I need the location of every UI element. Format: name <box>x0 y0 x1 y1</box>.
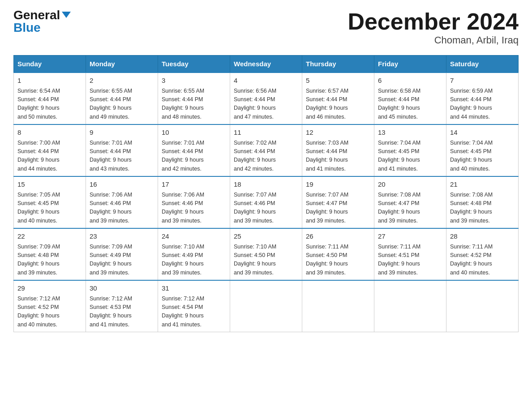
page-subtitle: Choman, Arbil, Iraq <box>348 34 519 46</box>
day-info: Sunrise: 7:01 AMSunset: 4:44 PMDaylight:… <box>162 139 226 174</box>
day-number: 4 <box>234 76 298 86</box>
day-info: Sunrise: 7:08 AMSunset: 4:48 PMDaylight:… <box>450 191 515 226</box>
calendar-cell: 9Sunrise: 7:01 AMSunset: 4:44 PMDaylight… <box>86 124 158 176</box>
calendar-cell: 8Sunrise: 7:00 AMSunset: 4:44 PMDaylight… <box>14 124 86 176</box>
day-info: Sunrise: 7:12 AMSunset: 4:52 PMDaylight:… <box>17 295 82 330</box>
day-number: 17 <box>162 180 226 190</box>
calendar-cell: 24Sunrise: 7:10 AMSunset: 4:49 PMDayligh… <box>158 228 230 280</box>
day-info: Sunrise: 7:06 AMSunset: 4:46 PMDaylight:… <box>162 191 226 226</box>
day-info: Sunrise: 7:09 AMSunset: 4:48 PMDaylight:… <box>17 243 82 278</box>
day-number: 8 <box>17 128 82 138</box>
day-number: 22 <box>17 231 82 242</box>
day-info: Sunrise: 6:55 AMSunset: 4:44 PMDaylight:… <box>162 87 226 122</box>
day-info: Sunrise: 7:09 AMSunset: 4:49 PMDaylight:… <box>90 243 154 278</box>
day-info: Sunrise: 7:04 AMSunset: 4:45 PMDaylight:… <box>450 139 515 174</box>
page-title: December 2024 <box>348 9 519 34</box>
logo: General Blue <box>13 9 71 34</box>
day-number: 20 <box>378 180 442 190</box>
calendar-cell <box>302 280 374 332</box>
day-info: Sunrise: 6:56 AMSunset: 4:44 PMDaylight:… <box>234 87 298 122</box>
calendar-cell: 7Sunrise: 6:59 AMSunset: 4:44 PMDaylight… <box>446 73 519 124</box>
day-number: 9 <box>90 128 154 138</box>
calendar-cell: 22Sunrise: 7:09 AMSunset: 4:48 PMDayligh… <box>14 228 86 280</box>
day-number: 21 <box>450 180 515 190</box>
day-info: Sunrise: 7:11 AMSunset: 4:51 PMDaylight:… <box>378 243 442 278</box>
day-number: 12 <box>306 128 370 138</box>
calendar-cell: 4Sunrise: 6:56 AMSunset: 4:44 PMDaylight… <box>230 73 302 124</box>
calendar-cell: 21Sunrise: 7:08 AMSunset: 4:48 PMDayligh… <box>446 176 519 228</box>
day-info: Sunrise: 7:06 AMSunset: 4:46 PMDaylight:… <box>90 191 154 226</box>
day-number: 6 <box>378 76 442 86</box>
day-number: 23 <box>90 231 154 242</box>
title-area: December 2024 Choman, Arbil, Iraq <box>348 9 519 46</box>
day-number: 16 <box>90 180 154 190</box>
calendar-cell: 18Sunrise: 7:07 AMSunset: 4:46 PMDayligh… <box>230 176 302 228</box>
calendar-cell: 5Sunrise: 6:57 AMSunset: 4:44 PMDaylight… <box>302 73 374 124</box>
days-of-week-row: Sunday Monday Tuesday Wednesday Thursday… <box>14 56 519 73</box>
day-number: 26 <box>306 231 370 242</box>
day-number: 15 <box>17 180 82 190</box>
calendar-cell: 31Sunrise: 7:12 AMSunset: 4:54 PMDayligh… <box>158 280 230 332</box>
calendar-cell: 25Sunrise: 7:10 AMSunset: 4:50 PMDayligh… <box>230 228 302 280</box>
day-number: 24 <box>162 231 226 242</box>
calendar-cell: 23Sunrise: 7:09 AMSunset: 4:49 PMDayligh… <box>86 228 158 280</box>
calendar-week-row: 29Sunrise: 7:12 AMSunset: 4:52 PMDayligh… <box>14 280 519 332</box>
logo-general-text: General <box>13 9 60 21</box>
logo-triangle-icon <box>62 12 71 18</box>
calendar-week-row: 15Sunrise: 7:05 AMSunset: 4:45 PMDayligh… <box>14 176 519 228</box>
day-number: 31 <box>162 283 226 294</box>
day-number: 1 <box>17 76 82 86</box>
day-info: Sunrise: 7:03 AMSunset: 4:44 PMDaylight:… <box>306 139 370 174</box>
day-info: Sunrise: 6:58 AMSunset: 4:44 PMDaylight:… <box>378 87 442 122</box>
day-info: Sunrise: 7:12 AMSunset: 4:54 PMDaylight:… <box>162 295 226 330</box>
calendar-cell: 29Sunrise: 7:12 AMSunset: 4:52 PMDayligh… <box>14 280 86 332</box>
col-sunday: Sunday <box>14 56 86 73</box>
calendar-body: 1Sunrise: 6:54 AMSunset: 4:44 PMDaylight… <box>14 73 519 332</box>
day-number: 3 <box>162 76 226 86</box>
calendar-cell: 28Sunrise: 7:11 AMSunset: 4:52 PMDayligh… <box>446 228 519 280</box>
calendar-cell: 1Sunrise: 6:54 AMSunset: 4:44 PMDaylight… <box>14 73 86 124</box>
day-info: Sunrise: 7:07 AMSunset: 4:47 PMDaylight:… <box>306 191 370 226</box>
day-number: 11 <box>234 128 298 138</box>
day-info: Sunrise: 7:07 AMSunset: 4:46 PMDaylight:… <box>234 191 298 226</box>
day-number: 25 <box>234 231 298 242</box>
day-number: 19 <box>306 180 370 190</box>
calendar-cell: 6Sunrise: 6:58 AMSunset: 4:44 PMDaylight… <box>374 73 446 124</box>
calendar-cell: 27Sunrise: 7:11 AMSunset: 4:51 PMDayligh… <box>374 228 446 280</box>
calendar-cell: 2Sunrise: 6:55 AMSunset: 4:44 PMDaylight… <box>86 73 158 124</box>
day-number: 18 <box>234 180 298 190</box>
day-number: 10 <box>162 128 226 138</box>
day-info: Sunrise: 7:10 AMSunset: 4:49 PMDaylight:… <box>162 243 226 278</box>
day-number: 27 <box>378 231 442 242</box>
logo-blue-text: Blue <box>13 21 41 34</box>
day-info: Sunrise: 6:55 AMSunset: 4:44 PMDaylight:… <box>90 87 154 122</box>
day-info: Sunrise: 6:54 AMSunset: 4:44 PMDaylight:… <box>17 87 82 122</box>
day-info: Sunrise: 7:04 AMSunset: 4:45 PMDaylight:… <box>378 139 442 174</box>
calendar-cell: 20Sunrise: 7:08 AMSunset: 4:47 PMDayligh… <box>374 176 446 228</box>
day-number: 5 <box>306 76 370 86</box>
col-friday: Friday <box>374 56 446 73</box>
col-wednesday: Wednesday <box>230 56 302 73</box>
day-number: 29 <box>17 283 82 294</box>
calendar-cell: 30Sunrise: 7:12 AMSunset: 4:53 PMDayligh… <box>86 280 158 332</box>
day-number: 28 <box>450 231 515 242</box>
day-info: Sunrise: 7:10 AMSunset: 4:50 PMDaylight:… <box>234 243 298 278</box>
day-number: 2 <box>90 76 154 86</box>
day-info: Sunrise: 6:59 AMSunset: 4:44 PMDaylight:… <box>450 87 515 122</box>
day-info: Sunrise: 7:08 AMSunset: 4:47 PMDaylight:… <box>378 191 442 226</box>
calendar-header: Sunday Monday Tuesday Wednesday Thursday… <box>14 56 519 73</box>
day-info: Sunrise: 7:11 AMSunset: 4:52 PMDaylight:… <box>450 243 515 278</box>
day-info: Sunrise: 6:57 AMSunset: 4:44 PMDaylight:… <box>306 87 370 122</box>
calendar-week-row: 22Sunrise: 7:09 AMSunset: 4:48 PMDayligh… <box>14 228 519 280</box>
calendar-table: Sunday Monday Tuesday Wednesday Thursday… <box>13 55 519 332</box>
calendar-week-row: 8Sunrise: 7:00 AMSunset: 4:44 PMDaylight… <box>14 124 519 176</box>
calendar-cell: 14Sunrise: 7:04 AMSunset: 4:45 PMDayligh… <box>446 124 519 176</box>
calendar-cell: 11Sunrise: 7:02 AMSunset: 4:44 PMDayligh… <box>230 124 302 176</box>
col-thursday: Thursday <box>302 56 374 73</box>
calendar-cell: 16Sunrise: 7:06 AMSunset: 4:46 PMDayligh… <box>86 176 158 228</box>
day-info: Sunrise: 7:00 AMSunset: 4:44 PMDaylight:… <box>17 139 82 174</box>
day-number: 14 <box>450 128 515 138</box>
calendar-cell: 3Sunrise: 6:55 AMSunset: 4:44 PMDaylight… <box>158 73 230 124</box>
calendar-cell: 19Sunrise: 7:07 AMSunset: 4:47 PMDayligh… <box>302 176 374 228</box>
day-info: Sunrise: 7:02 AMSunset: 4:44 PMDaylight:… <box>234 139 298 174</box>
